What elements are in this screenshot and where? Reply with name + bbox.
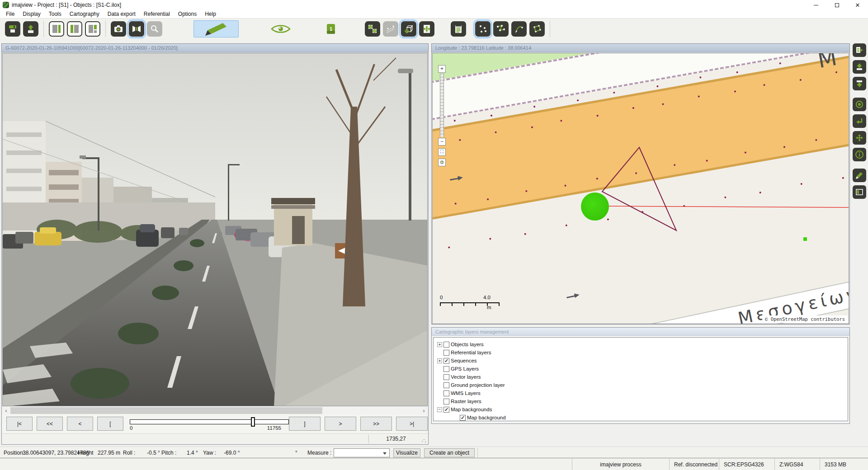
sequence-slider[interactable]: 0 11755: [130, 415, 281, 432]
map-scale-bar: 0 4.0 m: [440, 295, 508, 313]
menu-options[interactable]: Options: [174, 10, 201, 18]
visualize-button[interactable]: Visualize: [393, 448, 420, 457]
layer-label: Objects layers: [451, 342, 484, 347]
info-icon[interactable]: [853, 148, 866, 161]
resize-grip[interactable]: [421, 438, 426, 442]
visibility-eye-icon[interactable]: [271, 23, 291, 35]
import-down-icon[interactable]: [853, 77, 866, 90]
slider-track[interactable]: [130, 419, 289, 424]
annotate-pen-icon[interactable]: [853, 169, 866, 182]
layer-row[interactable]: Raster layers: [436, 397, 848, 405]
menu-referential[interactable]: Referential: [140, 10, 174, 18]
menu-help[interactable]: Help: [201, 10, 220, 18]
record-view-icon[interactable]: [853, 98, 866, 111]
curve-tool-icon[interactable]: [511, 21, 527, 37]
scroll-right-arrow[interactable]: ›: [420, 407, 428, 414]
layout-single-icon[interactable]: [49, 21, 64, 37]
nav-button[interactable]: <<: [37, 417, 63, 431]
layer-checkbox[interactable]: [443, 366, 449, 372]
layer-checkbox[interactable]: [443, 382, 449, 388]
view-3d-cube-icon[interactable]: [401, 21, 416, 37]
nav-button[interactable]: ]: [289, 417, 321, 431]
layer-row[interactable]: WMS Layers: [436, 389, 848, 397]
measure-pen-button[interactable]: [193, 20, 239, 38]
step-corner-icon[interactable]: [853, 114, 866, 128]
nav-button[interactable]: <: [67, 417, 93, 431]
layer-checkbox[interactable]: [443, 399, 449, 404]
close-button[interactable]: ✕: [847, 0, 868, 10]
image-marker-icon[interactable]: 1: [325, 22, 337, 36]
import-up-icon[interactable]: [853, 60, 866, 74]
zoom-out-button[interactable]: −: [438, 138, 446, 146]
layer-checkbox[interactable]: [443, 342, 449, 348]
pan-view-icon[interactable]: [853, 131, 866, 145]
notes-list-icon[interactable]: [451, 21, 466, 37]
expander-toggle[interactable]: −: [437, 407, 442, 412]
layer-checkbox[interactable]: [443, 374, 449, 380]
move-view-icon[interactable]: [419, 21, 434, 37]
create-object-button[interactable]: Create an object: [424, 448, 475, 457]
street-photo-svg: [3, 53, 428, 406]
open-export-icon[interactable]: [23, 21, 38, 37]
yaw-value: -69.0 °: [224, 450, 240, 456]
nav-button[interactable]: >: [325, 417, 356, 431]
layer-checkbox[interactable]: ✓: [443, 407, 449, 413]
map-view[interactable]: Μεσογείων M + − ⛶ ⚙ 0 4.0: [432, 53, 849, 324]
layer-row[interactable]: ✓Map background: [436, 414, 848, 421]
slider-thumb[interactable]: [251, 417, 255, 427]
pitch-value: 1.4 °: [187, 450, 198, 456]
panel-view-icon[interactable]: [853, 185, 866, 199]
menu-display[interactable]: Display: [19, 10, 44, 18]
layer-row[interactable]: Vector layers: [436, 373, 848, 381]
save-icon[interactable]: [5, 21, 20, 37]
menu-tools[interactable]: Tools: [45, 10, 66, 18]
target-pair-icon[interactable]: [365, 21, 380, 37]
menubar: FileDisplayToolsCartographyData exportRe…: [0, 10, 868, 18]
layer-row[interactable]: Referential layers: [436, 348, 848, 357]
polyline-tool-icon[interactable]: [493, 21, 509, 37]
nav-button[interactable]: |<: [6, 417, 33, 431]
layer-row[interactable]: GPS Layers: [436, 365, 848, 373]
layer-checkbox[interactable]: [443, 390, 449, 396]
layer-row[interactable]: Ground projection layer: [436, 381, 848, 389]
expander-toggle[interactable]: +: [437, 342, 442, 347]
layer-checkbox[interactable]: ✓: [460, 415, 466, 421]
street-photo[interactable]: [2, 53, 428, 406]
expander-toggle[interactable]: +: [437, 358, 442, 363]
layer-row[interactable]: −✓Map backgrounds: [436, 405, 848, 414]
photo-horizontal-scrollbar[interactable]: ‹ ›: [2, 407, 428, 414]
layer-checkbox[interactable]: ✓: [443, 358, 449, 364]
menu-data-export[interactable]: Data export: [104, 10, 140, 18]
layer-row[interactable]: +Objects layers: [436, 340, 848, 348]
point-tool-icon[interactable]: [475, 21, 491, 37]
scrollbar-thumb[interactable]: [10, 407, 322, 414]
zoom-in-button[interactable]: +: [438, 65, 446, 73]
camera-icon[interactable]: [111, 21, 126, 37]
measure-select[interactable]: [334, 448, 390, 457]
position-marker[interactable]: [581, 193, 609, 221]
layer-checkbox[interactable]: [443, 350, 449, 356]
layout-triple-icon[interactable]: [85, 21, 100, 37]
layout-columns-icon[interactable]: [67, 21, 82, 37]
nav-button[interactable]: [: [97, 417, 123, 431]
minimize-button[interactable]: [806, 0, 826, 10]
map-settings-gear-button[interactable]: ⚙: [438, 159, 446, 166]
layers-panel-title: Cartographic layers management: [432, 328, 849, 336]
maximize-button[interactable]: [826, 0, 847, 10]
menu-cartography[interactable]: Cartography: [66, 10, 104, 18]
zoom-slider[interactable]: [440, 74, 444, 137]
layer-label: Referential layers: [451, 350, 491, 355]
panorama-view-icon[interactable]: [129, 21, 144, 37]
menu-file[interactable]: File: [2, 10, 19, 18]
layers-panel: Cartographic layers management +Objects …: [431, 327, 850, 424]
fit-extent-button[interactable]: ⛶: [438, 148, 446, 156]
layer-row[interactable]: +✓Sequences: [436, 357, 848, 365]
status-bar: Position : 38.00643097, 23.79824786 Heig…: [0, 446, 868, 458]
export-layer-icon[interactable]: [853, 43, 866, 57]
height-value: 227.95 m: [98, 450, 120, 456]
polygon-tool-icon[interactable]: [529, 21, 545, 37]
kiosk: [271, 198, 315, 245]
scroll-left-arrow[interactable]: ‹: [2, 407, 10, 414]
nav-button[interactable]: >>: [360, 417, 392, 431]
nav-button[interactable]: >|: [396, 417, 428, 431]
